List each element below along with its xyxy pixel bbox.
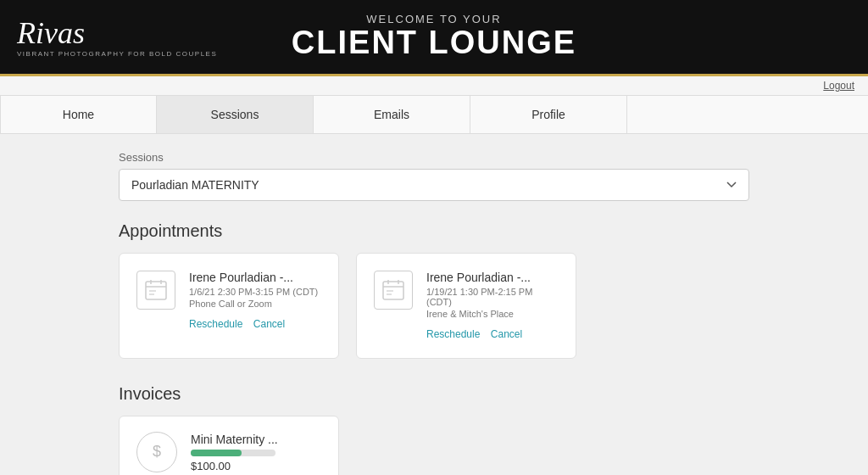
calendar-icon-1 [136,271,175,310]
cancel-link-2[interactable]: Cancel [491,328,522,340]
invoice-name-1: Mini Maternity ... [191,433,321,446]
logo-tagline: VIBRANT PHOTOGRAPHY FOR BOLD COUPLES [17,49,217,57]
appointment-details-2: Irene Pourladian -... 1/19/21 1:30 PM-2:… [426,271,559,341]
logo-text: Rivas [17,17,217,48]
main-title: CLIENT LOUNGE [292,25,576,61]
session-select[interactable]: Pourladian MATERNITY [119,169,749,201]
svg-text:$: $ [153,443,161,460]
appointment-card-1: Irene Pourladian -... 1/6/21 2:30 PM-3:1… [119,253,339,359]
appointment-name-2: Irene Pourladian -... [426,271,559,284]
appointment-name-1: Irene Pourladian -... [189,271,321,284]
calendar-icon-2 [374,271,413,310]
header: Rivas VIBRANT PHOTOGRAPHY FOR BOLD COUPL… [0,0,868,76]
appointment-time-2: 1/19/21 1:30 PM-2:15 PM (CDT) [426,287,559,307]
invoices-title: Invoices [119,384,749,404]
cancel-link-1[interactable]: Cancel [253,318,285,330]
appointment-time-1: 1/6/21 2:30 PM-3:15 PM (CDT) [189,287,321,297]
content: Sessions Pourladian MATERNITY Appointmen… [0,134,868,475]
invoice-progress-fill [191,450,242,456]
logout-link[interactable]: Logout [823,80,854,92]
nav-item-emails[interactable]: Emails [314,96,470,133]
nav-item-home[interactable]: Home [0,96,157,133]
welcome-text: WELCOME TO YOUR [292,13,576,25]
reschedule-link-2[interactable]: Reschedule [426,328,480,340]
logout-bar: Logout [0,76,868,96]
dollar-icon: $ [136,432,177,472]
nav-item-profile[interactable]: Profile [470,96,627,133]
appointments-grid: Irene Pourladian -... 1/6/21 2:30 PM-3:1… [119,253,749,359]
nav-item-sessions[interactable]: Sessions [157,96,314,133]
logo: Rivas VIBRANT PHOTOGRAPHY FOR BOLD COUPL… [17,17,217,57]
invoice-progress-bg [191,450,275,456]
appointment-location-1: Phone Call or Zoom [189,299,321,309]
invoice-amount-1: $100.00 [191,460,321,472]
nav-bar: Home Sessions Emails Profile [0,96,868,134]
appointments-title: Appointments [119,221,749,241]
appointment-actions-2: Reschedule Cancel [426,326,559,341]
invoice-card-1: $ Mini Maternity ... $100.00 [119,416,339,475]
appointment-location-2: Irene & Mitch's Place [426,309,559,319]
appointment-card-2: Irene Pourladian -... 1/19/21 1:30 PM-2:… [356,253,576,359]
appointment-actions-1: Reschedule Cancel [189,316,321,331]
appointment-details-1: Irene Pourladian -... 1/6/21 2:30 PM-3:1… [189,271,321,331]
invoice-details-1: Mini Maternity ... $100.00 [191,433,321,472]
header-title: WELCOME TO YOUR CLIENT LOUNGE [292,13,576,61]
reschedule-link-1[interactable]: Reschedule [189,318,242,330]
sessions-label: Sessions [119,151,749,164]
